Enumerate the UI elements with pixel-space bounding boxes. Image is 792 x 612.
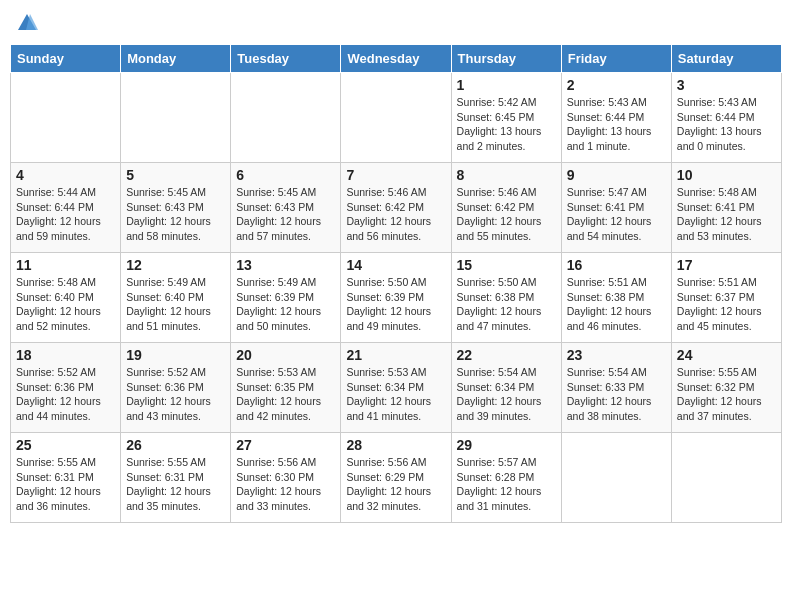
day-number: 25 (16, 437, 115, 453)
day-detail: Sunrise: 5:50 AM Sunset: 6:39 PM Dayligh… (346, 275, 445, 334)
calendar-body: 1Sunrise: 5:42 AM Sunset: 6:45 PM Daylig… (11, 73, 782, 523)
day-cell: 11Sunrise: 5:48 AM Sunset: 6:40 PM Dayli… (11, 253, 121, 343)
day-number: 29 (457, 437, 556, 453)
day-number: 16 (567, 257, 666, 273)
day-number: 6 (236, 167, 335, 183)
day-detail: Sunrise: 5:43 AM Sunset: 6:44 PM Dayligh… (567, 95, 666, 154)
day-number: 17 (677, 257, 776, 273)
logo-icon (16, 12, 38, 34)
week-row-4: 18Sunrise: 5:52 AM Sunset: 6:36 PM Dayli… (11, 343, 782, 433)
day-detail: Sunrise: 5:56 AM Sunset: 6:29 PM Dayligh… (346, 455, 445, 514)
day-detail: Sunrise: 5:51 AM Sunset: 6:38 PM Dayligh… (567, 275, 666, 334)
day-number: 3 (677, 77, 776, 93)
day-number: 7 (346, 167, 445, 183)
day-detail: Sunrise: 5:47 AM Sunset: 6:41 PM Dayligh… (567, 185, 666, 244)
day-cell: 24Sunrise: 5:55 AM Sunset: 6:32 PM Dayli… (671, 343, 781, 433)
day-cell: 20Sunrise: 5:53 AM Sunset: 6:35 PM Dayli… (231, 343, 341, 433)
day-detail: Sunrise: 5:53 AM Sunset: 6:34 PM Dayligh… (346, 365, 445, 424)
day-detail: Sunrise: 5:55 AM Sunset: 6:32 PM Dayligh… (677, 365, 776, 424)
day-cell (121, 73, 231, 163)
weekday-header-sunday: Sunday (11, 45, 121, 73)
day-cell: 15Sunrise: 5:50 AM Sunset: 6:38 PM Dayli… (451, 253, 561, 343)
day-number: 18 (16, 347, 115, 363)
day-cell: 2Sunrise: 5:43 AM Sunset: 6:44 PM Daylig… (561, 73, 671, 163)
day-detail: Sunrise: 5:46 AM Sunset: 6:42 PM Dayligh… (346, 185, 445, 244)
day-detail: Sunrise: 5:45 AM Sunset: 6:43 PM Dayligh… (126, 185, 225, 244)
day-cell: 12Sunrise: 5:49 AM Sunset: 6:40 PM Dayli… (121, 253, 231, 343)
day-number: 19 (126, 347, 225, 363)
day-detail: Sunrise: 5:52 AM Sunset: 6:36 PM Dayligh… (16, 365, 115, 424)
weekday-header-tuesday: Tuesday (231, 45, 341, 73)
day-number: 23 (567, 347, 666, 363)
week-row-2: 4Sunrise: 5:44 AM Sunset: 6:44 PM Daylig… (11, 163, 782, 253)
day-number: 14 (346, 257, 445, 273)
day-cell: 26Sunrise: 5:55 AM Sunset: 6:31 PM Dayli… (121, 433, 231, 523)
day-cell (561, 433, 671, 523)
calendar-header: SundayMondayTuesdayWednesdayThursdayFrid… (11, 45, 782, 73)
day-cell: 7Sunrise: 5:46 AM Sunset: 6:42 PM Daylig… (341, 163, 451, 253)
day-number: 20 (236, 347, 335, 363)
day-cell (231, 73, 341, 163)
day-cell: 27Sunrise: 5:56 AM Sunset: 6:30 PM Dayli… (231, 433, 341, 523)
day-cell: 23Sunrise: 5:54 AM Sunset: 6:33 PM Dayli… (561, 343, 671, 433)
day-cell: 18Sunrise: 5:52 AM Sunset: 6:36 PM Dayli… (11, 343, 121, 433)
day-number: 10 (677, 167, 776, 183)
weekday-row: SundayMondayTuesdayWednesdayThursdayFrid… (11, 45, 782, 73)
day-cell: 16Sunrise: 5:51 AM Sunset: 6:38 PM Dayli… (561, 253, 671, 343)
day-number: 13 (236, 257, 335, 273)
day-number: 4 (16, 167, 115, 183)
day-detail: Sunrise: 5:54 AM Sunset: 6:34 PM Dayligh… (457, 365, 556, 424)
day-cell: 1Sunrise: 5:42 AM Sunset: 6:45 PM Daylig… (451, 73, 561, 163)
day-detail: Sunrise: 5:56 AM Sunset: 6:30 PM Dayligh… (236, 455, 335, 514)
page-header (10, 10, 782, 40)
day-cell: 5Sunrise: 5:45 AM Sunset: 6:43 PM Daylig… (121, 163, 231, 253)
weekday-header-friday: Friday (561, 45, 671, 73)
day-number: 9 (567, 167, 666, 183)
day-number: 28 (346, 437, 445, 453)
day-detail: Sunrise: 5:55 AM Sunset: 6:31 PM Dayligh… (16, 455, 115, 514)
day-detail: Sunrise: 5:46 AM Sunset: 6:42 PM Dayligh… (457, 185, 556, 244)
day-cell: 13Sunrise: 5:49 AM Sunset: 6:39 PM Dayli… (231, 253, 341, 343)
day-number: 24 (677, 347, 776, 363)
day-number: 21 (346, 347, 445, 363)
day-cell: 10Sunrise: 5:48 AM Sunset: 6:41 PM Dayli… (671, 163, 781, 253)
day-detail: Sunrise: 5:52 AM Sunset: 6:36 PM Dayligh… (126, 365, 225, 424)
weekday-header-monday: Monday (121, 45, 231, 73)
day-number: 22 (457, 347, 556, 363)
day-number: 27 (236, 437, 335, 453)
day-number: 26 (126, 437, 225, 453)
day-cell: 8Sunrise: 5:46 AM Sunset: 6:42 PM Daylig… (451, 163, 561, 253)
day-cell: 22Sunrise: 5:54 AM Sunset: 6:34 PM Dayli… (451, 343, 561, 433)
day-cell: 25Sunrise: 5:55 AM Sunset: 6:31 PM Dayli… (11, 433, 121, 523)
day-detail: Sunrise: 5:54 AM Sunset: 6:33 PM Dayligh… (567, 365, 666, 424)
day-detail: Sunrise: 5:44 AM Sunset: 6:44 PM Dayligh… (16, 185, 115, 244)
day-detail: Sunrise: 5:49 AM Sunset: 6:39 PM Dayligh… (236, 275, 335, 334)
day-cell (341, 73, 451, 163)
day-number: 2 (567, 77, 666, 93)
day-detail: Sunrise: 5:42 AM Sunset: 6:45 PM Dayligh… (457, 95, 556, 154)
day-number: 15 (457, 257, 556, 273)
day-cell: 3Sunrise: 5:43 AM Sunset: 6:44 PM Daylig… (671, 73, 781, 163)
weekday-header-thursday: Thursday (451, 45, 561, 73)
day-detail: Sunrise: 5:49 AM Sunset: 6:40 PM Dayligh… (126, 275, 225, 334)
day-detail: Sunrise: 5:51 AM Sunset: 6:37 PM Dayligh… (677, 275, 776, 334)
calendar-table: SundayMondayTuesdayWednesdayThursdayFrid… (10, 44, 782, 523)
day-cell: 28Sunrise: 5:56 AM Sunset: 6:29 PM Dayli… (341, 433, 451, 523)
day-cell: 17Sunrise: 5:51 AM Sunset: 6:37 PM Dayli… (671, 253, 781, 343)
week-row-1: 1Sunrise: 5:42 AM Sunset: 6:45 PM Daylig… (11, 73, 782, 163)
day-cell (11, 73, 121, 163)
day-detail: Sunrise: 5:45 AM Sunset: 6:43 PM Dayligh… (236, 185, 335, 244)
day-cell (671, 433, 781, 523)
weekday-header-wednesday: Wednesday (341, 45, 451, 73)
day-cell: 4Sunrise: 5:44 AM Sunset: 6:44 PM Daylig… (11, 163, 121, 253)
day-detail: Sunrise: 5:48 AM Sunset: 6:40 PM Dayligh… (16, 275, 115, 334)
day-number: 5 (126, 167, 225, 183)
day-cell: 9Sunrise: 5:47 AM Sunset: 6:41 PM Daylig… (561, 163, 671, 253)
day-detail: Sunrise: 5:53 AM Sunset: 6:35 PM Dayligh… (236, 365, 335, 424)
day-detail: Sunrise: 5:57 AM Sunset: 6:28 PM Dayligh… (457, 455, 556, 514)
weekday-header-saturday: Saturday (671, 45, 781, 73)
day-detail: Sunrise: 5:55 AM Sunset: 6:31 PM Dayligh… (126, 455, 225, 514)
day-number: 8 (457, 167, 556, 183)
week-row-3: 11Sunrise: 5:48 AM Sunset: 6:40 PM Dayli… (11, 253, 782, 343)
logo (14, 14, 38, 40)
